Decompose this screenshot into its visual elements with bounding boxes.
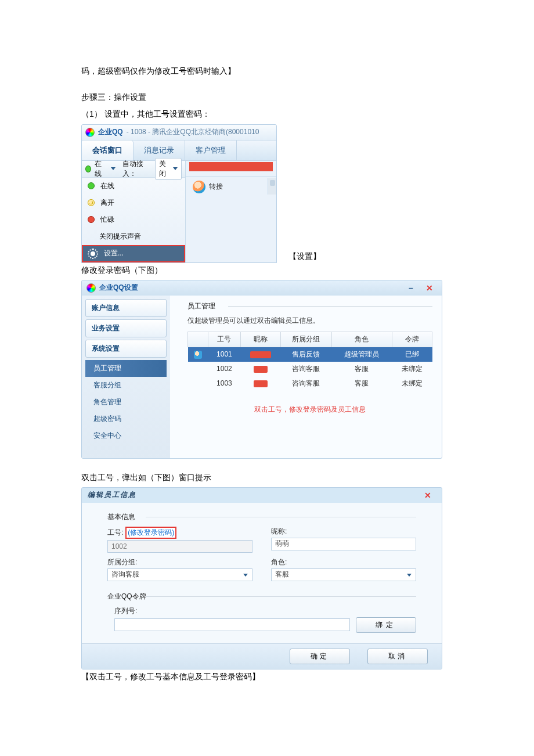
app-name: 企业QQ [98,127,123,137]
screenshot-qq-settings: 企业QQ设置 – ✕ 账户信息 业务设置 系统设置 员工管理 客服分组 角色管理… [81,280,442,459]
label-group: 所属分组: [107,557,252,567]
body-text: 双击工号，弹出如（下图）窗口提示 [81,470,453,485]
qq-logo-icon [85,128,95,137]
screenshot-edit-employee: 编辑员工信息 ✕ 基本信息 工号: (修改登录密码) 昵称: [81,487,442,669]
cell-group: 咨询客服 [281,362,332,376]
col-nick: 昵称 [240,332,280,347]
hint-text: 仅超级管理员可以通过双击编辑员工信息。 [187,316,432,326]
dialog-titlebar: 编辑员工信息 ✕ [82,488,442,503]
side-business[interactable]: 业务设置 [85,319,167,337]
scrollbar[interactable] [268,178,277,195]
title-suffix: - 1008 - 腾讯企业QQ北京经销商(80001010 [127,127,259,137]
input-id [107,540,252,553]
menu-mute[interactable]: 关闭提示声音 [82,228,185,245]
chevron-down-icon [407,574,412,577]
window-title: 企业QQ设置 [99,283,400,293]
cell-role: 客服 [331,362,392,376]
red-note: 双击工号，修改登录密码及员工信息 [187,405,432,415]
cell-token: 未绑定 [392,376,432,391]
step-item: （1） 设置中，其他工号设置密码： [81,107,453,121]
screenshot-qq-main: 企业QQ - 1008 - 腾讯企业QQ北京经销商(80001010 会话窗口 … [81,124,277,263]
chevron-down-icon [243,574,248,577]
away-dot-icon [88,199,95,206]
sub-security[interactable]: 安全中心 [85,427,167,444]
close-button[interactable]: ✕ [422,283,437,293]
section-token: 企业QQ令牌 [107,592,416,602]
window-titlebar: 企业QQ设置 – ✕ [82,280,442,296]
menu-label: 在线 [100,181,114,191]
table-row[interactable]: 1002 xx 咨询客服 客服 未绑定 [188,362,432,376]
menu-busy[interactable]: 忙碌 [82,211,185,228]
section-basic: 基本信息 [107,512,416,522]
dialog-footer: 确定 取消 [82,643,442,669]
cell-role: 客服 [331,376,392,391]
redacted-bar [189,162,273,171]
main-tabs: 会话窗口 消息记录 客户管理 [82,140,276,160]
col-id: 工号 [208,332,241,347]
select-group[interactable] [107,568,252,581]
cell-group: 咨询客服 [281,376,332,391]
sub-employee[interactable]: 员工管理 [85,360,167,377]
body-text: 码，超级密码仅作为修改工号密码时输入】 [81,64,453,78]
menu-settings[interactable]: 设置... [82,245,185,262]
cell-token: 已绑 [392,347,432,362]
sub-superpwd[interactable]: 超级密码 [85,411,167,427]
status-menu: 在线 离开 忙碌 关闭提示声音 设置... [82,178,185,262]
status-bar: 在线 自动接入： 关闭 [82,161,185,178]
cell-id: 1003 [208,376,241,391]
menu-label: 关闭提示声音 [99,232,141,242]
section-title: 员工管理 [187,301,432,311]
label-serial: 序列号: [107,606,416,616]
menu-label: 设置... [104,249,124,258]
step-heading: 步骤三：操作设置 [81,90,453,105]
tab-msglog[interactable]: 消息记录 [134,141,185,160]
transfer-label: 转接 [209,182,223,192]
cell-group: 售后反馈 [281,347,332,362]
tab-crm[interactable]: 客户管理 [185,141,237,160]
online-dot-icon [88,182,95,189]
chevron-down-icon[interactable] [111,167,116,170]
menu-online[interactable]: 在线 [82,178,185,195]
select-role[interactable] [271,568,416,581]
col-role: 角色 [331,332,392,347]
table-row[interactable]: 1003 xx 咨询客服 客服 未绑定 [188,376,432,391]
side-system[interactable]: 系统设置 [85,340,167,358]
settings-sidebar: 账户信息 业务设置 系统设置 员工管理 客服分组 角色管理 超级密码 安全中心 [82,296,170,458]
cell-role: 超级管理员 [331,347,392,362]
menu-label: 忙碌 [100,215,114,225]
autoconnect-label: 自动接入： [122,159,151,179]
autoconnect-select[interactable]: 关闭 [155,158,182,180]
body-text: 【双击工号，修改工号基本信息及工号登录密码】 [81,669,453,684]
table-row[interactable]: 1001 xxxx 售后反馈 超级管理员 已绑 [188,347,432,362]
window-titlebar: 企业QQ - 1008 - 腾讯企业QQ北京经销商(80001010 [82,125,276,140]
col-token: 令牌 [392,332,432,347]
minimize-button[interactable]: – [403,283,418,293]
status-text: 在线 [95,159,106,179]
change-password-link[interactable]: (修改登录密码) [125,527,176,539]
input-serial[interactable] [114,618,350,631]
tab-chat[interactable]: 会话窗口 [82,141,134,160]
side-account[interactable]: 账户信息 [85,299,167,317]
avatar-icon [194,351,202,359]
redacted-nick: xx [254,366,268,373]
cancel-button[interactable]: 取消 [367,649,428,664]
ok-button[interactable]: 确定 [290,649,350,664]
transfer-button[interactable]: 转接 [193,181,223,193]
sub-group[interactable]: 客服分组 [85,377,167,394]
bind-button[interactable]: 绑定 [356,617,416,633]
select-role-value [271,568,416,581]
label-role: 角色: [271,557,416,567]
cell-id: 1002 [208,362,241,376]
input-nick[interactable] [271,538,416,550]
busy-dot-icon [88,216,95,223]
gear-icon [88,249,98,259]
document-page: 码，超级密码仅作为修改工号密码时输入】 步骤三：操作设置 （1） 设置中，其他工… [0,0,534,733]
close-button[interactable]: ✕ [421,490,436,501]
cell-token: 未绑定 [392,362,432,376]
autoconnect-value: 关闭 [159,159,169,179]
menu-away[interactable]: 离开 [82,195,185,211]
caption: 【设置】 [288,251,321,263]
chevron-down-icon [173,167,178,170]
sub-role[interactable]: 角色管理 [85,394,167,411]
qq-logo-icon [86,283,96,293]
